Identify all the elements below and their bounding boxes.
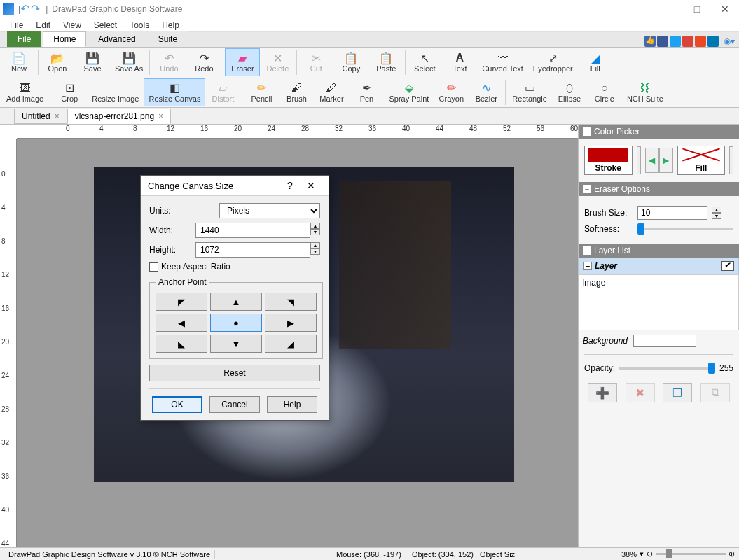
opacity-slider[interactable] bbox=[619, 367, 715, 370]
linkedin-icon[interactable] bbox=[707, 36, 719, 47]
stroke-dropdown[interactable] bbox=[637, 146, 641, 174]
close-icon[interactable]: × bbox=[55, 111, 60, 121]
anchor-se[interactable]: ◢ bbox=[265, 335, 317, 353]
select-button[interactable]: ↖Select bbox=[407, 48, 442, 76]
resizeimage-button[interactable]: ⛶Resize Image bbox=[87, 78, 144, 106]
undo-icon[interactable]: ↶ bbox=[20, 2, 29, 15]
zoom-dropdown-icon[interactable]: ▾ bbox=[640, 550, 644, 559]
crop-button[interactable]: ⊡Crop bbox=[52, 78, 87, 106]
crayon-button[interactable]: ✏Crayon bbox=[434, 78, 469, 106]
marker-button[interactable]: 🖊Marker bbox=[314, 78, 349, 106]
pencil-button[interactable]: ✏Pencil bbox=[244, 78, 279, 106]
collapse-icon[interactable]: − bbox=[583, 246, 591, 255]
tab-home[interactable]: Home bbox=[43, 31, 86, 47]
pen-button[interactable]: ✒Pen bbox=[349, 78, 384, 106]
swap-left-icon[interactable]: ◀ bbox=[645, 148, 659, 173]
redo-button[interactable]: ↷Redo bbox=[186, 48, 221, 76]
open-button[interactable]: 📂Open bbox=[40, 48, 75, 76]
facebook-icon[interactable] bbox=[657, 36, 668, 47]
tab-advanced[interactable]: Advanced bbox=[88, 31, 146, 47]
help-button[interactable]: Help bbox=[267, 396, 317, 413]
swap-right-icon[interactable]: ▶ bbox=[659, 148, 673, 173]
save-button[interactable]: 💾Save bbox=[75, 48, 110, 76]
brushsize-spinner[interactable]: ▲▼ bbox=[712, 206, 721, 219]
addimage-button[interactable]: 🖼Add Image bbox=[1, 78, 48, 106]
anchor-nw[interactable]: ◤ bbox=[156, 293, 207, 311]
collapse-icon[interactable]: − bbox=[583, 262, 592, 270]
google-icon[interactable] bbox=[682, 36, 693, 47]
tab-file[interactable]: File bbox=[7, 31, 41, 47]
collapse-icon[interactable]: − bbox=[583, 185, 591, 193]
layer-header[interactable]: − Layer bbox=[579, 258, 739, 274]
duplicate-layer-button[interactable]: ❐ bbox=[663, 383, 692, 402]
delete-button[interactable]: ✕Delete bbox=[260, 48, 295, 76]
twitter-icon[interactable] bbox=[670, 36, 681, 47]
delete-layer-button[interactable]: ✖ bbox=[626, 383, 655, 402]
width-spinner[interactable]: ▲▼ bbox=[310, 223, 320, 238]
nchsuite-button[interactable]: ⛓NCH Suite bbox=[622, 78, 668, 106]
text-button[interactable]: AText bbox=[442, 48, 477, 76]
curvedtext-button[interactable]: 〰Curved Text bbox=[477, 48, 528, 76]
doctab-untitled[interactable]: Untitled× bbox=[14, 108, 67, 124]
anchor-ne[interactable]: ◥ bbox=[265, 293, 317, 311]
anchor-w[interactable]: ◀ bbox=[156, 314, 207, 332]
redo-icon[interactable]: ↷ bbox=[31, 2, 40, 15]
help-globe-icon[interactable]: ◉▾ bbox=[724, 36, 735, 46]
fill-swatch[interactable]: Fill bbox=[677, 146, 726, 175]
background-swatch[interactable] bbox=[633, 335, 696, 347]
menu-file[interactable]: File bbox=[4, 19, 29, 31]
spraypaint-button[interactable]: ⬙Spray Paint bbox=[384, 78, 434, 106]
stumble-icon[interactable] bbox=[695, 36, 706, 47]
eraser-button[interactable]: ▰Eraser bbox=[225, 48, 260, 76]
layer-item[interactable]: Image bbox=[582, 278, 735, 288]
minimize-button[interactable]: — bbox=[655, 0, 683, 18]
menu-edit[interactable]: Edit bbox=[30, 19, 56, 31]
width-input[interactable] bbox=[195, 223, 310, 238]
layer-visible-checkbox[interactable] bbox=[721, 261, 734, 271]
ok-button[interactable]: OK bbox=[152, 396, 202, 413]
undo-button[interactable]: ↶Undo bbox=[151, 48, 186, 76]
anchor-s[interactable]: ▼ bbox=[210, 335, 262, 353]
menu-tools[interactable]: Tools bbox=[124, 19, 155, 31]
bezier-button[interactable]: ∿Bezier bbox=[469, 78, 504, 106]
resizecanvas-button[interactable]: ◧Resize Canvas bbox=[144, 78, 205, 106]
menu-help[interactable]: Help bbox=[156, 19, 185, 31]
dialog-help-button[interactable]: ? bbox=[279, 180, 301, 191]
zoom-out-button[interactable]: ⊖ bbox=[647, 550, 653, 559]
units-select[interactable]: Pixels bbox=[219, 203, 320, 218]
height-input[interactable] bbox=[195, 242, 310, 258]
ellipse-button[interactable]: ⬯Ellipse bbox=[552, 78, 587, 106]
merge-layer-button[interactable]: ⧉ bbox=[700, 383, 730, 402]
dialog-close-button[interactable]: ✕ bbox=[301, 180, 322, 191]
brush-button[interactable]: 🖌Brush bbox=[279, 78, 314, 106]
fill-button[interactable]: ◢Fill bbox=[578, 48, 613, 76]
eyedropper-button[interactable]: ⤢Eyedropper bbox=[528, 48, 578, 76]
softness-slider[interactable] bbox=[637, 227, 733, 230]
cancel-button[interactable]: Cancel bbox=[209, 396, 260, 413]
anchor-center[interactable]: ● bbox=[210, 314, 262, 332]
height-spinner[interactable]: ▲▼ bbox=[310, 242, 320, 258]
zoom-in-button[interactable]: ⊕ bbox=[728, 550, 735, 559]
new-button[interactable]: 📄New bbox=[1, 48, 36, 76]
paste-button[interactable]: 📋Paste bbox=[368, 48, 403, 76]
doctab-vlcsnap[interactable]: vlcsnap-error281.png× bbox=[67, 108, 171, 124]
dialog-titlebar[interactable]: Change Canvas Size ? ✕ bbox=[141, 176, 329, 196]
anchor-e[interactable]: ▶ bbox=[265, 314, 317, 332]
cut-button[interactable]: ✂Cut bbox=[298, 48, 333, 76]
rectangle-button[interactable]: ▭Rectangle bbox=[507, 78, 552, 106]
zoom-slider[interactable] bbox=[656, 553, 726, 555]
reset-button[interactable]: Reset bbox=[149, 365, 320, 382]
copy-button[interactable]: 📋Copy bbox=[333, 48, 368, 76]
tab-suite[interactable]: Suite bbox=[148, 31, 188, 47]
keep-aspect-checkbox[interactable] bbox=[149, 262, 158, 272]
menu-view[interactable]: View bbox=[57, 19, 87, 31]
like-icon[interactable]: 👍 bbox=[644, 36, 656, 47]
circle-button[interactable]: ○Circle bbox=[587, 78, 622, 106]
close-icon[interactable]: × bbox=[158, 111, 163, 121]
brushsize-input[interactable] bbox=[637, 206, 707, 220]
stroke-swatch[interactable]: Stroke bbox=[584, 146, 633, 175]
anchor-sw[interactable]: ◣ bbox=[156, 335, 207, 353]
collapse-icon[interactable]: − bbox=[583, 127, 591, 136]
fill-dropdown[interactable] bbox=[729, 146, 733, 174]
close-button[interactable]: ✕ bbox=[711, 0, 739, 18]
